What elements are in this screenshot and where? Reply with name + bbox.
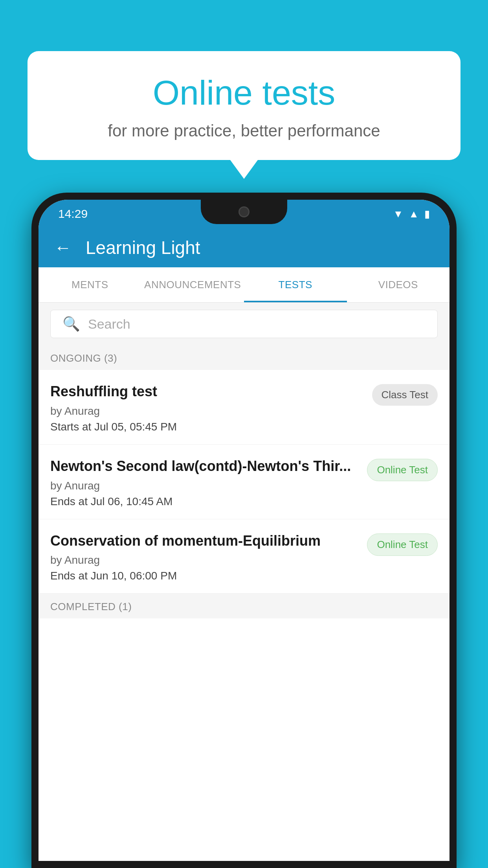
app-title: Learning Light — [86, 237, 200, 258]
test-time: Starts at Jul 05, 05:45 PM — [50, 421, 364, 433]
test-badge: Online Test — [367, 459, 438, 481]
tab-tests[interactable]: TESTS — [244, 267, 347, 302]
test-content: Newton's Second law(contd)-Newton's Thir… — [50, 457, 359, 508]
phone-frame: 14:29 ▼ ▲ ▮ ← Learning Light MENTS ANNOU… — [31, 193, 457, 868]
test-list: Reshuffling test by Anurag Starts at Jul… — [39, 370, 449, 861]
test-name: Newton's Second law(contd)-Newton's Thir… — [50, 457, 359, 476]
tab-announcements[interactable]: ANNOUNCEMENTS — [141, 267, 244, 302]
test-badge: Online Test — [367, 533, 438, 556]
search-container: 🔍 Search — [39, 303, 449, 345]
test-badge: Class Test — [372, 384, 438, 406]
phone-camera — [238, 206, 250, 217]
phone-notch — [201, 200, 287, 224]
search-bar[interactable]: 🔍 Search — [50, 310, 438, 338]
promo-subtitle: for more practice, better performance — [51, 121, 437, 140]
tab-bar: MENTS ANNOUNCEMENTS TESTS VIDEOS — [39, 267, 449, 303]
promo-card: Online tests for more practice, better p… — [28, 51, 460, 160]
test-author: by Anurag — [50, 480, 359, 492]
status-time: 14:29 — [58, 207, 88, 221]
test-name: Reshuffling test — [50, 383, 364, 401]
test-author: by Anurag — [50, 554, 359, 566]
test-name: Conservation of momentum-Equilibrium — [50, 532, 359, 550]
test-author: by Anurag — [50, 405, 364, 417]
phone-screen: 14:29 ▼ ▲ ▮ ← Learning Light MENTS ANNOU… — [39, 200, 449, 861]
tab-ments[interactable]: MENTS — [39, 267, 141, 302]
search-icon: 🔍 — [62, 316, 80, 332]
status-icons: ▼ ▲ ▮ — [393, 208, 430, 220]
test-content: Conservation of momentum-Equilibrium by … — [50, 532, 359, 583]
test-time: Ends at Jul 06, 10:45 AM — [50, 495, 359, 508]
promo-title: Online tests — [51, 73, 437, 113]
ongoing-section-header: ONGOING (3) — [39, 345, 449, 370]
completed-section-header: COMPLETED (1) — [39, 594, 449, 618]
signal-icon: ▲ — [409, 208, 419, 220]
test-item[interactable]: Conservation of momentum-Equilibrium by … — [39, 519, 449, 594]
test-item[interactable]: Newton's Second law(contd)-Newton's Thir… — [39, 445, 449, 519]
back-button[interactable]: ← — [54, 238, 72, 257]
tab-videos[interactable]: VIDEOS — [347, 267, 450, 302]
test-content: Reshuffling test by Anurag Starts at Jul… — [50, 383, 364, 433]
test-time: Ends at Jun 10, 06:00 PM — [50, 570, 359, 582]
wifi-icon: ▼ — [393, 208, 404, 220]
battery-icon: ▮ — [424, 208, 430, 220]
test-item[interactable]: Reshuffling test by Anurag Starts at Jul… — [39, 370, 449, 445]
search-placeholder: Search — [88, 316, 130, 332]
app-header: ← Learning Light — [39, 228, 449, 267]
